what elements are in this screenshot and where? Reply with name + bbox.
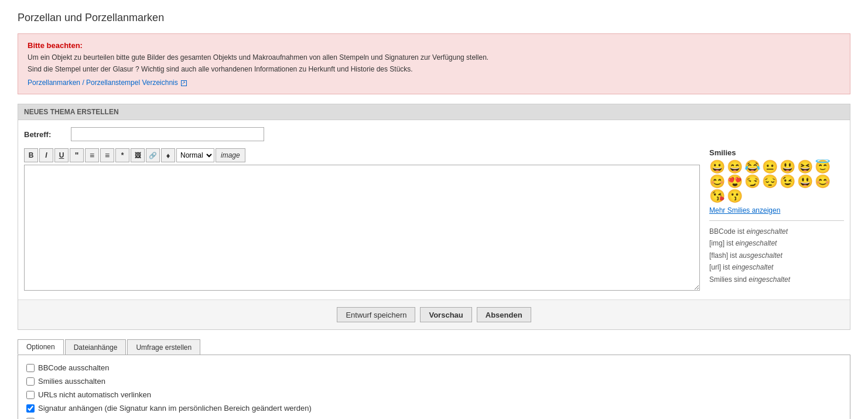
smiley-icon[interactable]: 😀 [709, 161, 725, 173]
font-size-select[interactable]: Normal Tiny Small Large Huge [176, 148, 214, 162]
smiley-icon[interactable]: 😃 [780, 161, 795, 173]
italic-button[interactable]: I [39, 148, 53, 162]
smiley-icon[interactable]: 😏 [744, 175, 760, 188]
tabs-row: Optionen Dateianhänge Umfrage erstellen [18, 339, 850, 355]
betreff-label: Betreff: [24, 130, 71, 139]
smilies-off-label: Smilies ausschalten [38, 377, 105, 386]
betreff-input[interactable] [71, 127, 264, 141]
quote-button[interactable]: " [70, 148, 84, 162]
notice-link[interactable]: Porzellanmarken / Porzellanstempel Verze… [28, 79, 178, 87]
tab-content-options: BBCode ausschalten Smilies ausschalten U… [18, 355, 850, 419]
img-status: [img] ist eingeschaltet [709, 237, 844, 249]
bbcode-off-label: BBCode ausschalten [38, 363, 109, 372]
notice-box: Bitte beachten: Um ein Objekt zu beurtei… [18, 33, 850, 94]
editor-area: B I U " ≡ ≡ * 🖼 🔗 ♦ Normal Tiny Sma [24, 148, 844, 292]
list-ordered-button[interactable]: ≡ [100, 148, 114, 162]
notice-text1: Um ein Objekt zu beurteilen bitte gute B… [28, 53, 840, 62]
form-section-header: NEUES THEMA ERSTELLEN [18, 104, 850, 120]
bbcode-status: BBCode ist eingeschaltet [709, 226, 844, 237]
attach-signature-row: Signatur anhängen (die Signatur kann im … [26, 404, 842, 413]
smilies-title: Smilies [709, 148, 844, 157]
tab-poll[interactable]: Umfrage erstellen [127, 339, 200, 355]
betreff-row: Betreff: [24, 127, 844, 141]
page-title: Porzellan und Porzellanmarken [18, 12, 850, 24]
smiley-icon[interactable]: 😆 [797, 161, 813, 173]
notice-text2: Sind die Stempel unter der Glasur ? Wich… [28, 65, 840, 73]
message-textarea[interactable] [24, 165, 700, 291]
bbcode-off-checkbox[interactable] [26, 364, 35, 372]
special-button[interactable]: * [115, 148, 129, 162]
smiley-icon[interactable]: 😔 [762, 175, 778, 188]
insert-link-button[interactable]: 🔗 [146, 148, 160, 162]
smilies-status-info: Smilies sind eingeschaltet [709, 274, 844, 285]
bbcode-info: BBCode ist eingeschaltet [img] ist einge… [709, 220, 844, 285]
insert-image-button[interactable]: 🖼 [131, 148, 145, 162]
tab-attachments[interactable]: Dateianhänge [65, 339, 127, 355]
list-unordered-button[interactable]: ≡ [85, 148, 99, 162]
smiley-icon[interactable]: 😇 [815, 161, 831, 173]
smiley-icon[interactable]: 😉 [780, 175, 795, 188]
preview-button[interactable]: Vorschau [420, 307, 471, 322]
smiley-icon[interactable]: 😊 [709, 175, 725, 188]
bold-button[interactable]: B [24, 148, 38, 162]
external-link-icon [181, 80, 187, 86]
smilies-panel: Smilies 😀😄😂😐😃😆😇😊😍😏😔😉😃😊😘😗 Mehr Smilies an… [709, 148, 844, 292]
smiley-icon[interactable]: 😘 [709, 190, 725, 203]
bbcode-off-row: BBCode ausschalten [26, 363, 842, 372]
notice-title: Bitte beachten: [28, 41, 840, 50]
toolbar: B I U " ≡ ≡ * 🖼 🔗 ♦ Normal Tiny Sma [24, 148, 700, 162]
mehr-smilies-link[interactable]: Mehr Smilies anzeigen [709, 206, 844, 214]
smiley-icon[interactable]: 😂 [744, 161, 760, 173]
smiley-icon[interactable]: 😍 [727, 175, 743, 188]
flash-status: [flash] ist ausgeschaltet [709, 250, 844, 261]
no-auto-url-checkbox[interactable] [26, 391, 35, 399]
attach-signature-label: Signatur anhängen (die Signatur kann im … [38, 404, 312, 413]
image-button[interactable]: image [216, 148, 245, 162]
smilies-off-checkbox[interactable] [26, 377, 35, 386]
no-auto-url-label: URLs nicht automatisch verlinken [38, 390, 151, 399]
submit-button[interactable]: Absenden [477, 307, 531, 322]
action-row: Entwurf speichern Vorschau Absenden [18, 299, 850, 329]
smilies-off-row: Smilies ausschalten [26, 377, 842, 386]
underline-button[interactable]: U [54, 148, 69, 162]
no-auto-url-row: URLs nicht automatisch verlinken [26, 390, 842, 399]
smiley-icon[interactable]: 😊 [815, 175, 831, 188]
smilies-grid: 😀😄😂😐😃😆😇😊😍😏😔😉😃😊😘😗 [709, 161, 844, 203]
attach-signature-checkbox[interactable] [26, 404, 35, 413]
save-draft-button[interactable]: Entwurf speichern [337, 307, 415, 322]
url-status: [url] ist eingeschaltet [709, 261, 844, 273]
smiley-icon[interactable]: 😃 [797, 175, 813, 188]
color-button[interactable]: ♦ [161, 148, 175, 162]
smiley-icon[interactable]: 😗 [727, 190, 743, 203]
new-topic-form: NEUES THEMA ERSTELLEN Betreff: B I U " ≡… [18, 104, 850, 330]
smiley-icon[interactable]: 😐 [762, 161, 778, 173]
tab-options[interactable]: Optionen [18, 339, 64, 355]
smiley-icon[interactable]: 😄 [727, 161, 743, 173]
editor-main: B I U " ≡ ≡ * 🖼 🔗 ♦ Normal Tiny Sma [24, 148, 700, 292]
